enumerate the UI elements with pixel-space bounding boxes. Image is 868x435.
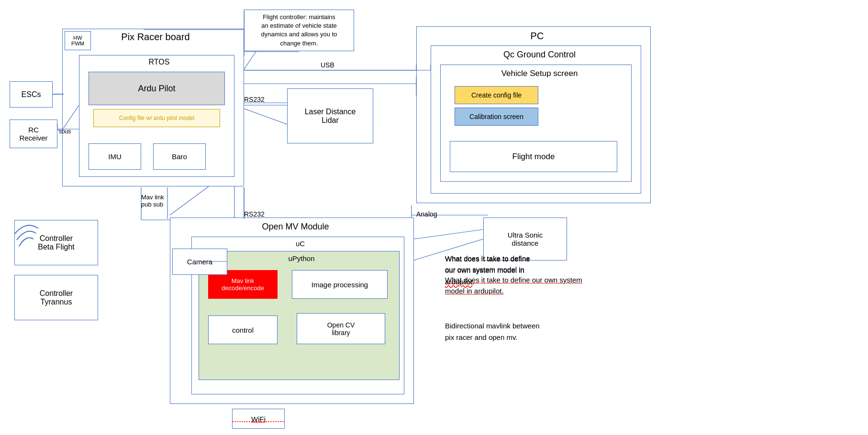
wifi-box: WiFi — [232, 409, 285, 429]
bidirectional-text: Bidirectional mavlink between pix racer … — [445, 320, 608, 343]
flight-mode-box: Flight mode — [450, 141, 617, 172]
analog-label: Analog — [416, 210, 437, 218]
hw-pwm-box: HW PWM — [65, 31, 91, 50]
mav-link-annotation: Mav link pub sub — [141, 186, 164, 208]
rs232-top-label: RS232 — [244, 96, 265, 103]
config-file-box: Config file w/ ardu pilot model — [93, 109, 220, 127]
calibration-button[interactable]: Calibration screen — [455, 108, 538, 126]
camera-box: Camera — [172, 249, 227, 275]
flight-controller-tooltip: Flight controller: maintains an estimate… — [244, 10, 354, 51]
rs232-bottom-label: RS232 — [244, 210, 265, 218]
controller-tyrannus-box: Controller Tyrannus — [14, 275, 98, 320]
rc-receiver-box: RC Receiver — [10, 120, 57, 148]
what-does-text: What does it take to define our own syst… — [445, 253, 608, 288]
control-box: control — [208, 315, 278, 344]
escs-box: ESCs — [10, 81, 53, 108]
opencv-box: Open CV library — [297, 313, 385, 344]
svg-line-32 — [414, 229, 483, 239]
image-processing-box: Image processing — [292, 270, 388, 299]
diagram: Flight controller: maintains an estimate… — [0, 0, 868, 435]
create-config-button[interactable]: Create config file — [455, 86, 538, 104]
baro-box: Baro — [153, 143, 206, 170]
laser-distance-box: Laser Distance Lidar — [287, 88, 373, 143]
sbus-label: sbus — [59, 128, 71, 135]
ardu-pilot-box: Ardu Pilot — [89, 72, 225, 105]
controller-beta-box: Controller Beta Flight — [14, 220, 98, 265]
usb-label: USB — [321, 61, 334, 69]
imu-box: IMU — [89, 143, 141, 170]
